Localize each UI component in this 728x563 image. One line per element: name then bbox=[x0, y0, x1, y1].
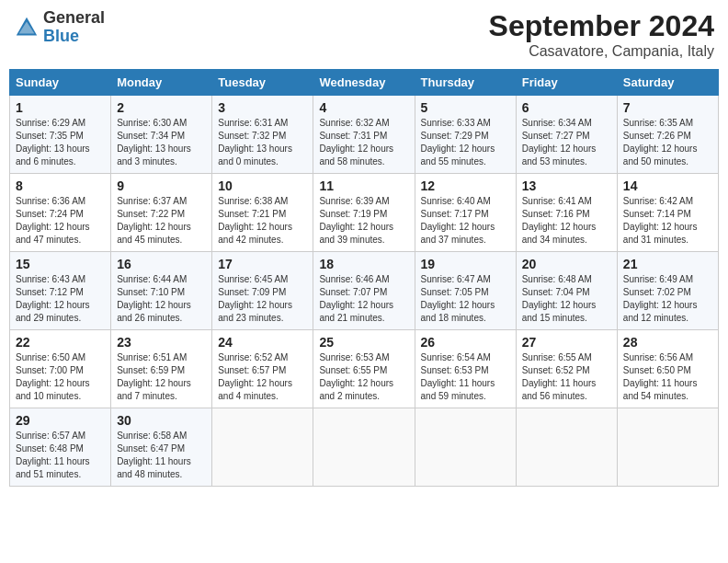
calendar-day-cell: 29Sunrise: 6:57 AMSunset: 6:48 PMDayligh… bbox=[10, 408, 111, 487]
day-number: 18 bbox=[319, 257, 408, 271]
calendar-day-cell: 9Sunrise: 6:37 AMSunset: 7:22 PMDaylight… bbox=[111, 174, 212, 252]
day-info: Sunrise: 6:55 AMSunset: 6:52 PMDaylight:… bbox=[522, 351, 611, 403]
calendar-day-cell bbox=[313, 408, 415, 487]
day-info: Sunrise: 6:38 AMSunset: 7:21 PMDaylight:… bbox=[218, 195, 307, 247]
calendar-day-cell: 13Sunrise: 6:41 AMSunset: 7:16 PMDayligh… bbox=[516, 174, 617, 252]
calendar-day-cell: 18Sunrise: 6:46 AMSunset: 7:07 PMDayligh… bbox=[313, 252, 415, 330]
day-info: Sunrise: 6:34 AMSunset: 7:27 PMDaylight:… bbox=[522, 117, 611, 168]
calendar-header-cell: Monday bbox=[111, 70, 212, 96]
day-number: 30 bbox=[117, 413, 206, 428]
day-number: 25 bbox=[319, 335, 408, 350]
day-info: Sunrise: 6:56 AMSunset: 6:50 PMDaylight:… bbox=[623, 351, 712, 403]
day-info: Sunrise: 6:41 AMSunset: 7:16 PMDaylight:… bbox=[522, 195, 611, 247]
day-number: 10 bbox=[218, 178, 307, 193]
day-number: 7 bbox=[623, 100, 712, 115]
day-info: Sunrise: 6:47 AMSunset: 7:05 PMDaylight:… bbox=[421, 273, 510, 325]
calendar-body: 1Sunrise: 6:29 AMSunset: 7:35 PMDaylight… bbox=[10, 96, 719, 487]
day-info: Sunrise: 6:44 AMSunset: 7:10 PMDaylight:… bbox=[117, 273, 206, 325]
day-info: Sunrise: 6:30 AMSunset: 7:34 PMDaylight:… bbox=[117, 117, 206, 168]
day-number: 5 bbox=[421, 100, 510, 115]
calendar-day-cell: 30Sunrise: 6:58 AMSunset: 6:47 PMDayligh… bbox=[111, 408, 212, 487]
day-number: 24 bbox=[218, 335, 307, 350]
day-number: 12 bbox=[421, 178, 510, 193]
day-number: 14 bbox=[623, 178, 712, 193]
day-info: Sunrise: 6:39 AMSunset: 7:19 PMDaylight:… bbox=[319, 195, 408, 247]
logo-text: General Blue bbox=[43, 9, 105, 46]
calendar-header-row: SundayMondayTuesdayWednesdayThursdayFrid… bbox=[10, 70, 719, 96]
calendar-header-cell: Saturday bbox=[617, 70, 718, 96]
calendar-table: SundayMondayTuesdayWednesdayThursdayFrid… bbox=[9, 69, 719, 487]
day-info: Sunrise: 6:58 AMSunset: 6:47 PMDaylight:… bbox=[117, 430, 206, 481]
day-number: 22 bbox=[16, 335, 105, 350]
logo-icon bbox=[14, 15, 40, 40]
day-info: Sunrise: 6:43 AMSunset: 7:12 PMDaylight:… bbox=[16, 273, 105, 325]
day-info: Sunrise: 6:49 AMSunset: 7:02 PMDaylight:… bbox=[623, 273, 712, 325]
day-info: Sunrise: 6:54 AMSunset: 6:53 PMDaylight:… bbox=[421, 351, 510, 403]
day-info: Sunrise: 6:31 AMSunset: 7:32 PMDaylight:… bbox=[218, 117, 307, 168]
calendar-day-cell: 10Sunrise: 6:38 AMSunset: 7:21 PMDayligh… bbox=[212, 174, 313, 252]
day-number: 3 bbox=[218, 100, 307, 115]
calendar-day-cell bbox=[617, 408, 718, 487]
day-info: Sunrise: 6:52 AMSunset: 6:57 PMDaylight:… bbox=[218, 351, 307, 403]
day-number: 9 bbox=[117, 178, 206, 193]
page-header: General Blue September 2024 Casavatore, … bbox=[9, 9, 719, 60]
day-number: 21 bbox=[623, 257, 712, 271]
day-number: 19 bbox=[421, 257, 510, 271]
calendar-week-row: 29Sunrise: 6:57 AMSunset: 6:48 PMDayligh… bbox=[10, 408, 719, 487]
day-number: 17 bbox=[218, 257, 307, 271]
calendar-day-cell: 20Sunrise: 6:48 AMSunset: 7:04 PMDayligh… bbox=[516, 252, 617, 330]
day-number: 26 bbox=[421, 335, 510, 350]
calendar-week-row: 22Sunrise: 6:50 AMSunset: 7:00 PMDayligh… bbox=[10, 330, 719, 408]
logo: General Blue bbox=[14, 9, 105, 46]
title-block: September 2024 Casavatore, Campania, Ita… bbox=[489, 9, 714, 60]
day-info: Sunrise: 6:37 AMSunset: 7:22 PMDaylight:… bbox=[117, 195, 206, 247]
calendar-day-cell: 5Sunrise: 6:33 AMSunset: 7:29 PMDaylight… bbox=[415, 96, 516, 174]
calendar-day-cell: 22Sunrise: 6:50 AMSunset: 7:00 PMDayligh… bbox=[10, 330, 111, 408]
calendar-day-cell: 12Sunrise: 6:40 AMSunset: 7:17 PMDayligh… bbox=[415, 174, 516, 252]
calendar-day-cell: 24Sunrise: 6:52 AMSunset: 6:57 PMDayligh… bbox=[212, 330, 313, 408]
day-number: 23 bbox=[117, 335, 206, 350]
day-info: Sunrise: 6:40 AMSunset: 7:17 PMDaylight:… bbox=[421, 195, 510, 247]
calendar-day-cell: 21Sunrise: 6:49 AMSunset: 7:02 PMDayligh… bbox=[617, 252, 718, 330]
day-number: 29 bbox=[16, 413, 105, 428]
calendar-header-cell: Wednesday bbox=[313, 70, 415, 96]
calendar-day-cell: 19Sunrise: 6:47 AMSunset: 7:05 PMDayligh… bbox=[415, 252, 516, 330]
day-number: 16 bbox=[117, 257, 206, 271]
day-info: Sunrise: 6:53 AMSunset: 6:55 PMDaylight:… bbox=[319, 351, 408, 403]
day-number: 11 bbox=[319, 178, 408, 193]
calendar-day-cell: 28Sunrise: 6:56 AMSunset: 6:50 PMDayligh… bbox=[617, 330, 718, 408]
location: Casavatore, Campania, Italy bbox=[489, 43, 714, 60]
calendar-header-cell: Friday bbox=[516, 70, 617, 96]
calendar-day-cell: 8Sunrise: 6:36 AMSunset: 7:24 PMDaylight… bbox=[10, 174, 111, 252]
calendar-week-row: 1Sunrise: 6:29 AMSunset: 7:35 PMDaylight… bbox=[10, 96, 719, 174]
day-info: Sunrise: 6:33 AMSunset: 7:29 PMDaylight:… bbox=[421, 117, 510, 168]
calendar-day-cell: 27Sunrise: 6:55 AMSunset: 6:52 PMDayligh… bbox=[516, 330, 617, 408]
calendar-day-cell: 7Sunrise: 6:35 AMSunset: 7:26 PMDaylight… bbox=[617, 96, 718, 174]
day-info: Sunrise: 6:57 AMSunset: 6:48 PMDaylight:… bbox=[16, 430, 105, 481]
calendar-day-cell: 1Sunrise: 6:29 AMSunset: 7:35 PMDaylight… bbox=[10, 96, 111, 174]
day-number: 13 bbox=[522, 178, 611, 193]
day-info: Sunrise: 6:51 AMSunset: 6:59 PMDaylight:… bbox=[117, 351, 206, 403]
calendar-day-cell bbox=[415, 408, 516, 487]
calendar-day-cell: 14Sunrise: 6:42 AMSunset: 7:14 PMDayligh… bbox=[617, 174, 718, 252]
calendar-day-cell: 4Sunrise: 6:32 AMSunset: 7:31 PMDaylight… bbox=[313, 96, 415, 174]
calendar-day-cell: 16Sunrise: 6:44 AMSunset: 7:10 PMDayligh… bbox=[111, 252, 212, 330]
day-number: 27 bbox=[522, 335, 611, 350]
calendar-day-cell: 3Sunrise: 6:31 AMSunset: 7:32 PMDaylight… bbox=[212, 96, 313, 174]
day-number: 15 bbox=[16, 257, 105, 271]
day-info: Sunrise: 6:45 AMSunset: 7:09 PMDaylight:… bbox=[218, 273, 307, 325]
calendar-day-cell: 26Sunrise: 6:54 AMSunset: 6:53 PMDayligh… bbox=[415, 330, 516, 408]
calendar-day-cell: 17Sunrise: 6:45 AMSunset: 7:09 PMDayligh… bbox=[212, 252, 313, 330]
calendar-day-cell: 25Sunrise: 6:53 AMSunset: 6:55 PMDayligh… bbox=[313, 330, 415, 408]
day-number: 6 bbox=[522, 100, 611, 115]
day-number: 28 bbox=[623, 335, 712, 350]
day-info: Sunrise: 6:48 AMSunset: 7:04 PMDaylight:… bbox=[522, 273, 611, 325]
calendar-day-cell: 23Sunrise: 6:51 AMSunset: 6:59 PMDayligh… bbox=[111, 330, 212, 408]
day-number: 4 bbox=[319, 100, 408, 115]
day-number: 8 bbox=[16, 178, 105, 193]
calendar-day-cell: 2Sunrise: 6:30 AMSunset: 7:34 PMDaylight… bbox=[111, 96, 212, 174]
day-number: 1 bbox=[16, 100, 105, 115]
calendar-day-cell: 15Sunrise: 6:43 AMSunset: 7:12 PMDayligh… bbox=[10, 252, 111, 330]
day-info: Sunrise: 6:46 AMSunset: 7:07 PMDaylight:… bbox=[319, 273, 408, 325]
calendar-header-cell: Tuesday bbox=[212, 70, 313, 96]
